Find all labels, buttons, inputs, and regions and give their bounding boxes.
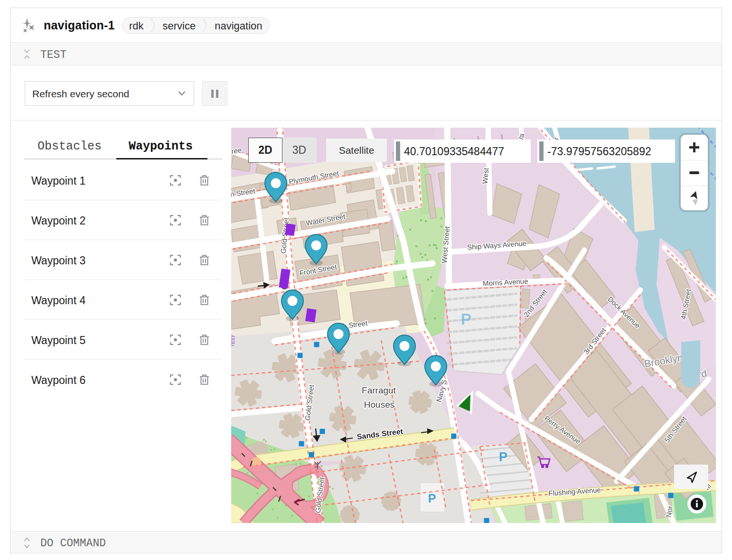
svg-text:Houses: Houses [364, 400, 394, 410]
svg-text:P: P [428, 492, 436, 505]
svg-text:P: P [499, 450, 507, 464]
svg-text:Farragut: Farragut [362, 385, 396, 395]
svg-text:P: P [461, 310, 472, 328]
svg-text:West: West [481, 167, 490, 184]
